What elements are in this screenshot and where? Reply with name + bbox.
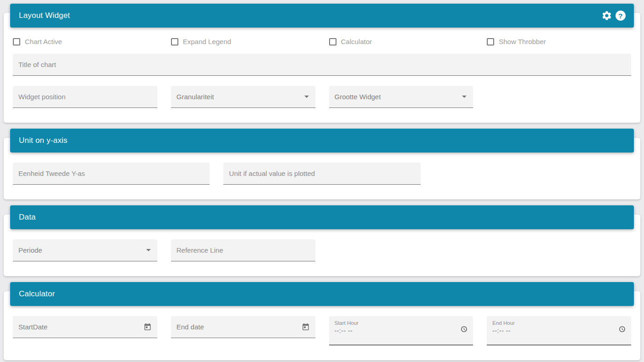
checkbox-label: Show Throbber (499, 38, 546, 45)
calculator-header: Calculator (10, 282, 634, 306)
data-header: Data (10, 205, 634, 229)
calculator-fields-row: StartDate End date Start Hour --:-- -- (13, 316, 631, 345)
empty-cell (329, 239, 473, 261)
actual-value-unit-input[interactable] (223, 163, 420, 185)
calendar-icon[interactable] (143, 323, 152, 331)
select-label: Periode (18, 246, 146, 254)
second-y-axis-unit-input[interactable] (13, 163, 210, 185)
granularity-select[interactable]: Granulariteit (171, 86, 315, 108)
calculator-card: Calculator StartDate End date Start Hour… (4, 291, 640, 360)
chart-title-input[interactable] (13, 54, 631, 76)
chevron-down-icon (146, 249, 151, 251)
layout-fields-row: Granulariteit Grootte Widget (13, 86, 631, 108)
layout-widget-title: Layout Widget (19, 11, 70, 20)
reference-line-input[interactable] (171, 239, 315, 261)
end-hour-field[interactable]: End Hour --:-- -- (487, 316, 631, 345)
widget-size-select[interactable]: Grootte Widget (329, 86, 473, 108)
checkbox-label: Expand Legend (183, 38, 231, 45)
chevron-down-icon (462, 96, 467, 98)
checkbox-label: Calculator (341, 38, 372, 45)
checkbox-icon[interactable] (13, 38, 20, 45)
data-body: Periode (4, 229, 640, 276)
field-placeholder: StartDate (18, 323, 143, 331)
checkbox-icon[interactable] (171, 38, 178, 45)
calendar-icon[interactable] (302, 323, 310, 331)
select-label: Grootte Widget (335, 93, 462, 101)
checkbox-chart-active[interactable]: Chart Active (13, 38, 157, 45)
checkbox-label: Chart Active (25, 38, 62, 45)
field-placeholder: End date (177, 323, 302, 331)
empty-cell (434, 163, 631, 185)
data-card: Data Periode (4, 215, 640, 276)
checkbox-expand-legend[interactable]: Expand Legend (171, 38, 315, 45)
calculator-body: StartDate End date Start Hour --:-- -- (4, 306, 640, 360)
clock-icon[interactable] (619, 326, 626, 333)
field-label: End Hour (492, 320, 619, 326)
chevron-down-icon (304, 96, 309, 98)
unit-y-axis-card: Unit on y-axis (4, 138, 640, 199)
empty-cell (487, 239, 631, 261)
checkbox-calculator[interactable]: Calculator (329, 38, 473, 45)
unit-y-axis-body (4, 153, 640, 199)
start-hour-field[interactable]: Start Hour --:-- -- (329, 316, 473, 345)
clock-icon[interactable] (461, 326, 467, 333)
data-fields-row: Periode (13, 239, 631, 261)
checkbox-show-throbber[interactable]: Show Throbber (487, 38, 631, 45)
layout-widget-card: Layout Widget ? Chart Active Expand Lege… (4, 13, 640, 123)
data-title: Data (19, 213, 36, 222)
help-icon[interactable]: ? (616, 11, 626, 21)
time-value[interactable]: --:-- -- (335, 327, 461, 334)
time-value[interactable]: --:-- -- (492, 327, 619, 334)
settings-icon[interactable] (601, 10, 612, 21)
layout-widget-header: Layout Widget ? (10, 4, 634, 28)
period-select[interactable]: Periode (13, 239, 157, 261)
unit-y-axis-title: Unit on y-axis (19, 136, 68, 145)
unit-y-axis-header: Unit on y-axis (10, 129, 634, 153)
checkbox-icon[interactable] (329, 38, 336, 45)
empty-cell (487, 86, 631, 108)
checkbox-icon[interactable] (487, 38, 494, 45)
field-label: Start Hour (335, 320, 461, 326)
checkbox-row: Chart Active Expand Legend Calculator Sh… (13, 38, 631, 45)
end-date-field[interactable]: End date (171, 316, 315, 338)
calculator-title: Calculator (19, 289, 55, 299)
unit-fields-row (13, 163, 631, 185)
layout-widget-body: Chart Active Expand Legend Calculator Sh… (4, 28, 640, 123)
start-date-field[interactable]: StartDate (13, 316, 157, 338)
select-label: Granulariteit (177, 93, 304, 101)
widget-position-input[interactable] (13, 86, 157, 108)
